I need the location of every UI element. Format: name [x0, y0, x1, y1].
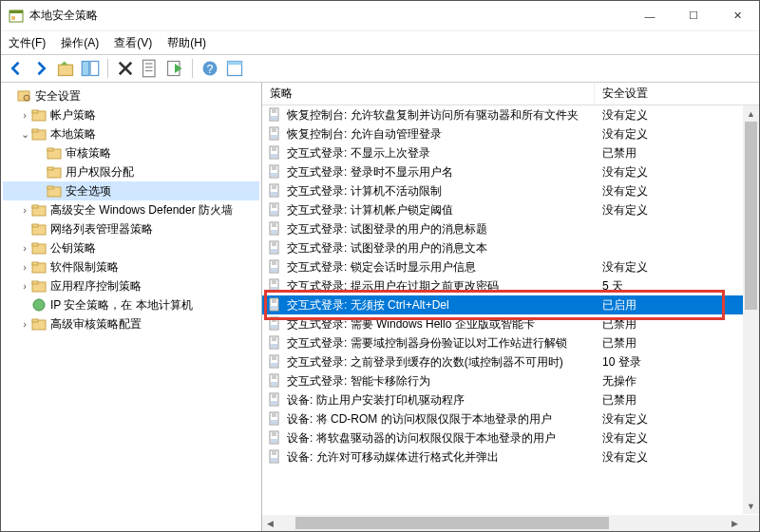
policy-row[interactable]: 恢复控制台: 允许软盘复制并访问所有驱动器和所有文件夹没有定义: [262, 105, 743, 124]
policy-row[interactable]: 设备: 允许对可移动媒体进行格式化并弹出没有定义: [262, 447, 743, 466]
svg-rect-3: [59, 65, 73, 75]
tree-label: 软件限制策略: [50, 259, 119, 276]
tree-advanced-audit[interactable]: › 高级审核策略配置: [3, 314, 259, 333]
policy-value: 没有定义: [595, 411, 743, 428]
policy-row[interactable]: 交互式登录: 需要 Windows Hello 企业版或智能卡已禁用: [262, 314, 743, 333]
back-button[interactable]: [7, 59, 26, 78]
tree-ipsec[interactable]: › IP 安全策略，在 本地计算机: [3, 295, 259, 314]
menu-help[interactable]: 帮助(H): [167, 35, 206, 51]
svg-rect-41: [271, 116, 277, 120]
policy-icon: [268, 240, 283, 256]
svg-rect-105: [271, 420, 277, 424]
policy-value: 没有定义: [595, 126, 743, 142]
policy-icon: [268, 449, 283, 465]
scroll-left-icon[interactable]: ◀: [262, 515, 278, 531]
tree-local-policies[interactable]: ⌄ 本地策略: [3, 124, 259, 143]
policy-row[interactable]: 交互式登录: 提示用户在过期之前更改密码5 天: [262, 276, 743, 295]
policy-row[interactable]: 交互式登录: 锁定会话时显示用户信息没有定义: [262, 257, 743, 276]
tree-defender-firewall[interactable]: › 高级安全 Windows Defender 防火墙: [3, 200, 259, 219]
tree-security-options[interactable]: › 安全选项: [3, 181, 259, 200]
expand-icon[interactable]: ›: [18, 243, 31, 254]
policy-row[interactable]: 设备: 将 CD-ROM 的访问权限仅限于本地登录的用户没有定义: [262, 409, 743, 428]
svg-point-37: [33, 299, 45, 311]
tree-root[interactable]: ▸ 安全设置: [3, 86, 259, 105]
properties-button[interactable]: [141, 59, 160, 78]
policy-icon: [268, 297, 283, 313]
policy-row[interactable]: 交互式登录: 计算机帐户锁定阈值没有定义: [262, 200, 743, 219]
policy-icon: [268, 202, 283, 218]
policy-row[interactable]: 交互式登录: 无须按 Ctrl+Alt+Del已启用: [262, 295, 743, 314]
column-header: 策略 安全设置: [262, 83, 759, 105]
svg-rect-109: [271, 439, 277, 443]
policy-name: 交互式登录: 计算机不活动限制: [287, 183, 442, 200]
column-policy[interactable]: 策略: [262, 83, 595, 104]
menu-view[interactable]: 查看(V): [114, 35, 152, 51]
delete-button[interactable]: [116, 59, 135, 78]
tree-label: 高级审核策略配置: [50, 316, 142, 332]
tree-label: 应用程序控制策略: [50, 278, 142, 294]
policy-row[interactable]: 交互式登录: 计算机不活动限制没有定义: [262, 181, 743, 200]
policy-row[interactable]: 交互式登录: 需要域控制器身份验证以对工作站进行解锁已禁用: [262, 333, 743, 352]
tree-label: IP 安全策略，在 本地计算机: [50, 297, 193, 314]
svg-rect-20: [32, 129, 38, 132]
tree-audit-policy[interactable]: › 审核策略: [3, 143, 259, 162]
policy-row[interactable]: 交互式登录: 不显示上次登录已禁用: [262, 143, 743, 162]
policy-icon: [268, 221, 283, 237]
up-button[interactable]: [56, 59, 75, 78]
content-area: ▸ 安全设置 › 帐户策略 ⌄ 本地策略 › 审核策略 ›: [1, 83, 759, 531]
app-icon: [9, 9, 24, 24]
menu-action[interactable]: 操作(A): [61, 35, 99, 51]
expand-icon[interactable]: ›: [18, 205, 31, 216]
tree-user-rights[interactable]: › 用户权限分配: [3, 162, 259, 181]
ipsec-icon: [31, 297, 47, 313]
policy-row[interactable]: 设备: 防止用户安装打印机驱动程序已禁用: [262, 390, 743, 409]
menu-file[interactable]: 文件(F): [9, 35, 46, 51]
policy-row[interactable]: 交互式登录: 登录时不显示用户名没有定义: [262, 162, 743, 181]
scroll-right-icon[interactable]: ▶: [727, 515, 743, 531]
forward-button[interactable]: [31, 59, 50, 78]
policy-row[interactable]: 交互式登录: 智能卡移除行为无操作: [262, 371, 743, 390]
tree-label: 审核策略: [66, 145, 111, 162]
policy-value: 已禁用: [595, 335, 743, 352]
expand-icon[interactable]: ›: [18, 110, 31, 121]
policy-value: 5 天: [595, 278, 743, 294]
scroll-down-icon[interactable]: ▼: [743, 498, 759, 514]
export-button[interactable]: [165, 59, 184, 78]
policy-row[interactable]: 交互式登录: 试图登录的用户的消息文本: [262, 238, 743, 257]
scroll-thumb[interactable]: [745, 122, 757, 310]
folder-icon: [47, 145, 62, 161]
policy-name: 设备: 将软盘驱动器的访问权限仅限于本地登录的用户: [287, 430, 556, 446]
scroll-thumb-h[interactable]: [295, 517, 609, 529]
tree-software-restriction[interactable]: › 软件限制策略: [3, 257, 259, 276]
policy-row[interactable]: 设备: 将软盘驱动器的访问权限仅限于本地登录的用户没有定义: [262, 428, 743, 447]
policy-value: 没有定义: [595, 183, 743, 200]
policy-row[interactable]: 恢复控制台: 允许自动管理登录没有定义: [262, 124, 743, 143]
policy-row[interactable]: 交互式登录: 试图登录的用户的消息标题: [262, 219, 743, 238]
minimize-button[interactable]: —: [628, 1, 672, 31]
horizontal-scrollbar[interactable]: ◀ ▶: [262, 515, 743, 531]
policy-value: 无操作: [595, 373, 743, 390]
show-hide-tree-button[interactable]: [81, 59, 100, 78]
expand-icon[interactable]: ›: [18, 262, 31, 273]
folder-icon: [47, 183, 62, 199]
close-button[interactable]: ✕: [715, 1, 759, 31]
policy-row[interactable]: 交互式登录: 之前登录到缓存的次数(域控制器不可用时)10 登录: [262, 352, 743, 371]
svg-rect-93: [271, 363, 277, 367]
maximize-button[interactable]: ☐: [672, 1, 715, 31]
expand-icon[interactable]: ›: [18, 319, 31, 330]
policy-value: 已禁用: [595, 316, 743, 332]
toolbar-separator-2: [192, 59, 193, 78]
svg-rect-30: [32, 224, 38, 227]
refresh-button[interactable]: [225, 59, 244, 78]
tree-account-policies[interactable]: › 帐户策略: [3, 105, 259, 124]
vertical-scrollbar[interactable]: ▲ ▼: [743, 105, 759, 514]
scroll-up-icon[interactable]: ▲: [743, 105, 759, 122]
tree-app-control[interactable]: › 应用程序控制策略: [3, 276, 259, 295]
svg-rect-49: [271, 154, 277, 158]
help-button[interactable]: ?: [200, 59, 219, 78]
collapse-icon[interactable]: ⌄: [18, 129, 31, 140]
tree-public-key[interactable]: › 公钥策略: [3, 238, 259, 257]
column-setting[interactable]: 安全设置: [595, 83, 759, 104]
expand-icon[interactable]: ›: [18, 281, 31, 292]
tree-network-list[interactable]: › 网络列表管理器策略: [3, 219, 259, 238]
